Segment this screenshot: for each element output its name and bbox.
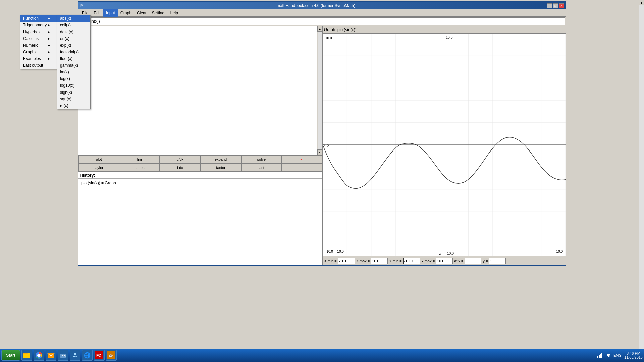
graph-area[interactable]: 10.0 y -10.0 x 10.0 -10.0 -10.0 10.0 y x (323, 34, 566, 256)
xmin-input[interactable] (338, 258, 355, 264)
fn-sqrt[interactable]: sqrt(x) (57, 96, 90, 102)
maximize-button[interactable]: □ (553, 3, 558, 8)
menu-item-numeric[interactable]: Numeric ▶ (20, 42, 57, 49)
taylor-button[interactable]: taylor (78, 164, 119, 172)
y-min-label: -10.0 (325, 250, 333, 253)
series-button[interactable]: series (119, 164, 160, 172)
editor-line: sin(x) (78, 26, 322, 34)
fn-re[interactable]: re(x) (57, 102, 90, 109)
factor-button[interactable]: factor (201, 164, 241, 172)
button-row-1: plot lim d/dx expand solve ~= (78, 155, 322, 163)
taskbar-icon-folder[interactable] (21, 350, 32, 361)
taskbar-icon-chrome[interactable] (34, 350, 44, 361)
svg-text:M: M (80, 4, 83, 7)
button-row-2: taylor series f dx factor last = (78, 163, 322, 172)
approx-button[interactable]: ~= (282, 155, 322, 163)
clock-date: 11/05/2015 (624, 355, 643, 359)
menu-item-examples[interactable]: Examples ▶ (20, 55, 57, 62)
menu-item-graphic[interactable]: Graphic ▶ (20, 49, 57, 55)
xmax-input[interactable] (371, 258, 388, 264)
xmin-label: X min = (324, 259, 337, 263)
history-entry: plot(sin(x)) = Graph (80, 180, 321, 186)
menu-help[interactable]: Help (167, 9, 181, 17)
equals-button[interactable]: = (282, 164, 322, 172)
taskbar-icon-java[interactable]: ☕ (106, 350, 117, 361)
ymax-input[interactable] (436, 258, 453, 264)
taskbar-icon-filezilla[interactable]: FZ (94, 350, 105, 361)
history-content: plot(sin(x)) = Graph (78, 179, 322, 265)
fn-erf[interactable]: erf(x) (57, 35, 90, 42)
fn-ceil[interactable]: ceil(x) (57, 22, 90, 28)
input-bar: plot(sin(x)) = (79, 17, 565, 25)
xmax-label: X max = (356, 259, 370, 263)
menu-bar: File Edit Input Graph Clear Setting Help (78, 9, 566, 17)
taskbar: Start FZ ☕ ENG 8:46 PM 11/05/2015 (0, 349, 644, 362)
expand-button[interactable]: expand (201, 155, 241, 163)
ddx-button[interactable]: d/dx (160, 155, 200, 163)
y-val-input[interactable] (489, 258, 506, 264)
plot-button[interactable]: plot (78, 155, 119, 163)
menu-clear[interactable]: Clear (134, 9, 149, 17)
start-button[interactable]: Start (1, 350, 20, 361)
y-axis-label: y (327, 143, 329, 147)
scroll-down-btn[interactable]: ▼ (317, 149, 323, 155)
taskbar-icon-game[interactable] (58, 350, 68, 361)
menu-setting[interactable]: Setting (149, 9, 167, 17)
fn-gamma[interactable]: gamma(x) (57, 62, 90, 69)
history-scroll-up[interactable]: ▲ (639, 0, 644, 5)
clock-time: 8:46 PM (624, 351, 643, 355)
taskbar-right: ENG 8:46 PM 11/05/2015 (597, 351, 643, 359)
title-bar: M mathHandbook.com 4.0 (former SymbMath)… (78, 2, 566, 9)
system-clock: 8:46 PM 11/05/2015 (624, 351, 643, 359)
menu-input[interactable]: Input (103, 9, 118, 17)
svg-text:y: y (323, 143, 325, 147)
volume-icon (605, 353, 611, 358)
y-max-label: 10.0 (325, 36, 332, 40)
taskbar-icon-ie[interactable] (82, 350, 93, 361)
ymax-label: Y max = (421, 259, 435, 263)
graph-panel: Graph: plot(sin(x)) (323, 26, 566, 265)
expression-input[interactable] (105, 19, 563, 24)
minimize-button[interactable]: ─ (547, 3, 552, 8)
fn-sign[interactable]: sign(x) (57, 89, 90, 96)
fn-delta[interactable]: delta(x) (57, 28, 90, 35)
menu-edit[interactable]: Edit (91, 9, 103, 17)
fn-im[interactable]: im(x) (57, 69, 90, 75)
fn-floor[interactable]: floor(x) (57, 55, 90, 62)
ymin-input[interactable] (403, 258, 420, 264)
fn-exp[interactable]: exp(x) (57, 42, 90, 49)
solve-button[interactable]: solve (241, 155, 282, 163)
taskbar-icon-weather[interactable] (70, 350, 80, 361)
editor-area[interactable]: sin(x) ▲ ▼ (78, 26, 322, 155)
scroll-up-btn[interactable]: ▲ (317, 26, 323, 32)
fn-log10[interactable]: log10(x) (57, 82, 90, 89)
svg-rect-48 (601, 353, 602, 358)
close-button[interactable]: ✕ (559, 3, 564, 8)
menu-item-calculus[interactable]: Calculus ▶ (20, 35, 57, 42)
svg-rect-46 (599, 355, 600, 358)
fn-factorial[interactable]: factorial(x) (57, 49, 90, 55)
atx-input[interactable] (465, 258, 481, 264)
fdx-button[interactable]: f dx (160, 164, 200, 172)
fn-log[interactable]: log(x) (57, 75, 90, 82)
taskbar-icon-email[interactable] (46, 350, 56, 361)
svg-point-35 (64, 355, 65, 356)
history-scrollbar[interactable]: ▲ ▼ (639, 0, 644, 362)
input-menu: Function ▶ Trigonometry ▶ Hyperbola ▶ Ca… (20, 15, 57, 69)
history-label: History: (78, 172, 322, 179)
menu-item-hyperbola[interactable]: Hyperbola ▶ (20, 28, 57, 35)
last-button[interactable]: last (241, 164, 282, 172)
svg-rect-45 (597, 356, 598, 358)
x-axis-label: x (439, 251, 441, 255)
lim-button[interactable]: lim (119, 155, 160, 163)
menu-item-last-output[interactable]: Last output (20, 62, 57, 69)
y-equals-label: y = (483, 259, 488, 263)
fn-abs[interactable]: abs(x) (57, 15, 90, 22)
language-indicator: ENG (613, 353, 622, 357)
x-min-label: -10.0 (336, 250, 344, 253)
menu-graph[interactable]: Graph (118, 9, 134, 17)
menu-item-trigonometry[interactable]: Trigonometry ▶ (20, 22, 57, 28)
editor-scrollbar[interactable]: ▲ ▼ (317, 26, 322, 155)
menu-item-function[interactable]: Function ▶ (20, 15, 57, 22)
graph-title: Graph: plot(sin(x)) (323, 26, 566, 34)
